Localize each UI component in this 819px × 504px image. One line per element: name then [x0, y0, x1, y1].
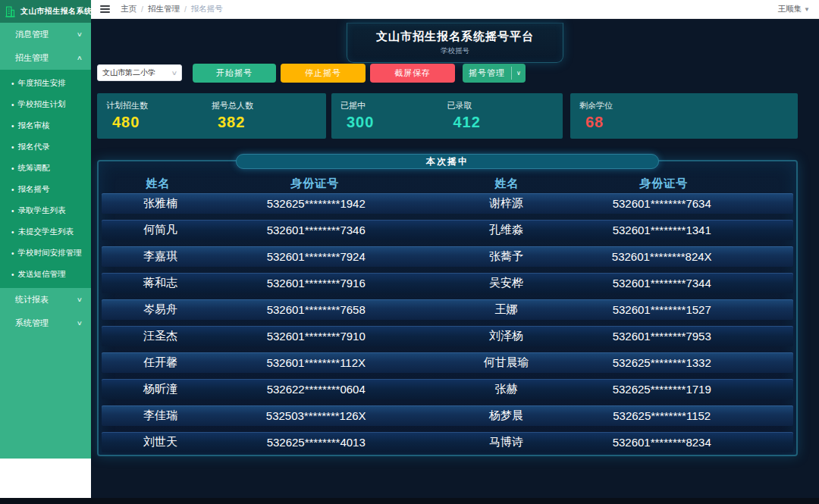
user-menu[interactable]: 王顺集 ▼ [778, 4, 810, 14]
sidebar-item-label: 报名摇号 [18, 184, 50, 195]
screenshot-save-button[interactable]: 截屏保存 [370, 64, 455, 83]
student-id-number: 532601********7916 [219, 277, 413, 290]
student-id-number: 532601********7953 [565, 330, 758, 343]
lottery-manage-label[interactable]: 摇号管理 [463, 64, 511, 83]
student-name: 谢梓源 [447, 196, 565, 211]
breadcrumb-item[interactable]: 招生管理 [148, 4, 180, 14]
student-name: 孔维淼 [447, 223, 565, 237]
student-id-number: 532601********8234 [565, 436, 758, 449]
collapse-menu-icon[interactable] [100, 5, 110, 13]
student-name: 杨梦晨 [447, 409, 565, 423]
student-name: 马博诗 [447, 435, 565, 449]
sidebar-group[interactable]: 系统管理∨ [0, 311, 91, 335]
student-name: 何甘晨瑜 [447, 355, 565, 370]
bullet-icon: • [11, 122, 14, 130]
stop-lottery-button[interactable]: 停止摇号 [281, 64, 366, 83]
table-row: 杨昕潼532622********0604张赫532625********171… [102, 379, 793, 399]
topbar: 主页/招生管理/报名摇号 王顺集 ▼ [91, 0, 819, 19]
student-id-number: 532625********1332 [565, 356, 758, 369]
student-id-number: 532625********4013 [219, 436, 413, 449]
user-name: 王顺集 [778, 4, 802, 14]
row-half: 孔维淼532601********1341 [447, 223, 793, 237]
row-half: 谢梓源532601********7634 [447, 196, 793, 211]
breadcrumb-item[interactable]: 主页 [121, 4, 136, 14]
app-title: 文山市招生报名系统 [20, 6, 93, 17]
stat-value: 412 [447, 114, 554, 131]
bullet-icon: • [11, 186, 14, 194]
student-name: 张蕎予 [447, 249, 565, 264]
row-half: 张蕎予532601********824X [447, 249, 793, 264]
sidebar-group-label: 统计报表 [15, 294, 49, 305]
sidebar-item-label: 报名审核 [18, 121, 50, 131]
sidebar-item[interactable]: •报名审核 [0, 115, 91, 136]
stat-value: 68 [579, 114, 684, 131]
row-half: 刘泽杨532601********7953 [447, 329, 793, 343]
student-name: 岑易舟 [102, 302, 219, 317]
sidebar-item[interactable]: •录取学生列表 [0, 200, 91, 221]
school-select[interactable]: 文山市第二小学 ∨ [97, 64, 182, 81]
student-name: 刘世天 [102, 435, 219, 449]
sidebar-background: 文山市招生报名系统 消息管理∨招生管理∧•年度招生安排•学校招生计划•报名审核•… [0, 0, 91, 459]
row-half: 杨昕潼532622********0604 [102, 382, 447, 396]
sidebar-group[interactable]: 统计报表∨ [0, 288, 91, 311]
breadcrumb: 主页/招生管理/报名摇号 [121, 4, 223, 14]
table-row: 蒋和志532601********7916吴安桦532601********73… [102, 273, 793, 293]
sidebar-group[interactable]: 消息管理∨ [0, 23, 91, 46]
sidebar-item[interactable]: •报名摇号 [0, 179, 91, 200]
row-half: 何简凡532601********7346 [102, 223, 447, 237]
row-half: 李嘉琪532601********7924 [102, 249, 447, 264]
student-name: 张雅楠 [102, 196, 219, 211]
lottery-manage-split-button[interactable]: 摇号管理 ∨ [463, 64, 526, 83]
sidebar-item[interactable]: •年度招生安排 [0, 73, 91, 94]
bullet-icon: • [11, 207, 14, 215]
sidebar-item[interactable]: •统筹调配 [0, 158, 91, 179]
sidebar-group[interactable]: 招生管理∧ [0, 46, 91, 70]
table-row: 李嘉琪532601********7924张蕎予532601********82… [102, 246, 793, 267]
stat-label: 计划招生数 [106, 100, 212, 111]
student-name: 蒋和志 [102, 276, 219, 290]
row-half: 马博诗532601********8234 [447, 435, 793, 449]
header-half: 姓名身份证号 [99, 177, 447, 191]
row-half: 何甘晨瑜532625********1332 [447, 355, 793, 370]
student-id-number: 532601********7924 [219, 250, 413, 263]
student-name: 汪圣杰 [102, 329, 219, 343]
student-name: 刘泽杨 [447, 329, 565, 343]
student-id-number: 532601********112X [219, 356, 413, 369]
row-half: 王娜532601********1527 [447, 302, 793, 317]
column-header-name: 姓名 [447, 177, 566, 191]
student-name: 张赫 [447, 382, 565, 396]
student-id-number: 532601********7658 [219, 303, 413, 316]
student-id-number: 532601********7346 [219, 224, 413, 236]
row-half: 张雅楠532625********1942 [102, 196, 447, 211]
breadcrumb-separator: / [184, 5, 187, 14]
student-name: 王娜 [447, 302, 565, 317]
sidebar-item[interactable]: •发送短信管理 [0, 264, 91, 285]
row-half: 杨梦晨532625********1152 [447, 409, 793, 423]
sidebar-item[interactable]: •未提交学生列表 [0, 221, 91, 243]
stat-label: 已摇中 [340, 100, 447, 111]
student-id-number: 532625********1942 [219, 197, 413, 210]
sidebar-item[interactable]: •学校招生计划 [0, 94, 91, 115]
sidebar-item[interactable]: •报名代录 [0, 136, 91, 158]
bullet-icon: • [11, 164, 14, 173]
bullet-icon: • [11, 249, 14, 258]
table-body: 张雅楠532625********1942谢梓源532601********76… [99, 193, 796, 452]
sidebar-item-label: 未提交学生列表 [18, 227, 74, 237]
bullet-icon: • [11, 80, 14, 88]
start-lottery-button[interactable]: 开始摇号 [193, 64, 276, 83]
panel-title-pill: 本次摇中 [236, 154, 659, 169]
column-header-id: 身份证号 [217, 177, 413, 191]
row-half: 吴安桦532601********7344 [447, 276, 793, 290]
stat-label: 剩余学位 [579, 100, 684, 111]
chevron-down-icon[interactable]: ∨ [512, 64, 526, 83]
bullet-icon: • [11, 143, 14, 152]
chevron-down-icon: ∨ [77, 31, 83, 38]
row-half: 汪圣杰532601********7910 [102, 329, 447, 343]
column-header-id: 身份证号 [566, 177, 761, 191]
row-half: 刘世天532625********4013 [102, 435, 447, 449]
sidebar-submenu: •年度招生安排•学校招生计划•报名审核•报名代录•统筹调配•报名摇号•录取学生列… [0, 70, 91, 288]
stat-item: 剩余学位68 [579, 100, 684, 132]
student-id-number: 532601********1341 [565, 224, 758, 236]
student-name: 杨昕潼 [102, 382, 219, 396]
sidebar-item[interactable]: •学校时间安排管理 [0, 243, 91, 264]
